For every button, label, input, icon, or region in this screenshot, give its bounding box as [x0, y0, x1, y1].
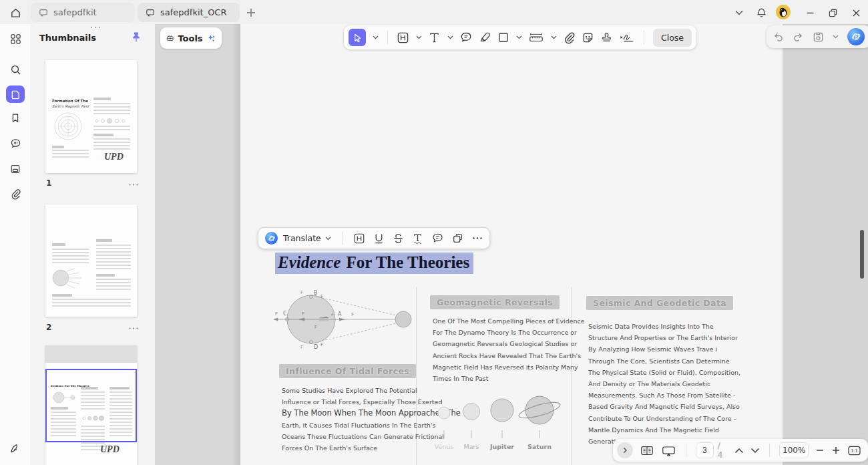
comment-tool-button[interactable] — [459, 31, 473, 44]
zoom-in-icon[interactable] — [831, 446, 841, 455]
ai-assistant-button[interactable] — [847, 28, 865, 45]
close-toolbar-button[interactable]: Close — [653, 29, 692, 47]
heading-format-icon[interactable] — [353, 232, 365, 245]
thumb-heading-bar — [51, 407, 68, 410]
heading-tool-button[interactable] — [397, 31, 409, 44]
thumb-title-line: Formation Of The — [52, 99, 88, 103]
actual-size-icon[interactable]: 1:1 — [847, 445, 861, 456]
chevron-down-icon[interactable] — [373, 35, 379, 39]
sidebar-item-page-organize[interactable] — [6, 160, 25, 178]
save-icon[interactable] — [813, 31, 824, 43]
chevron-down-icon[interactable] — [325, 237, 331, 241]
page-thumbnails-icon — [11, 90, 21, 100]
signature-tool-button[interactable] — [619, 31, 635, 44]
sidebar-item-attachments[interactable] — [6, 185, 25, 202]
ai-translate-button[interactable] — [265, 232, 278, 245]
presentation-mode-icon[interactable] — [661, 444, 676, 457]
comment-bubble-icon[interactable] — [431, 232, 444, 245]
thumbnail-page-2[interactable] — [45, 204, 137, 317]
thumbnail-page-3[interactable]: Evidence For The Theories UPD — [45, 345, 137, 465]
home-button[interactable] — [8, 5, 23, 20]
redo-icon[interactable] — [793, 31, 804, 42]
toolbox-icon — [166, 33, 174, 43]
select-tool-button[interactable] — [349, 29, 366, 46]
notifications-button[interactable] — [754, 5, 769, 20]
text-tool-button[interactable] — [428, 31, 441, 44]
app-grid-button[interactable] — [6, 30, 25, 47]
thumb-options-icon[interactable] — [128, 183, 139, 186]
pin-icon[interactable] — [131, 31, 142, 43]
tab-label: safepdfkit — [53, 7, 97, 17]
vertical-scrollbar[interactable] — [860, 230, 864, 279]
copy-icon[interactable] — [452, 232, 464, 245]
strikethrough-icon[interactable] — [393, 232, 404, 245]
thumb-text-block — [81, 392, 105, 412]
restore-button[interactable] — [825, 5, 840, 20]
thumb-page-number: 1 — [46, 178, 51, 188]
ai-icon — [851, 31, 861, 42]
underline-icon[interactable] — [373, 232, 385, 245]
thumbnail-page-1[interactable]: Formation Of The Earth's Magnetic Field … — [45, 60, 137, 173]
undo-icon[interactable] — [773, 31, 784, 42]
tools-button[interactable]: Tools — [160, 27, 222, 49]
expand-nav-button[interactable] — [617, 442, 633, 458]
section-heading: Geomagnetic Reversals — [430, 295, 560, 309]
text-icon — [428, 31, 441, 44]
sidebar-item-search[interactable] — [6, 61, 25, 78]
text-line: Geomagnetic Reversals Geological Studies… — [433, 338, 585, 349]
divider — [769, 444, 770, 457]
new-tab-button[interactable] — [244, 5, 258, 20]
thumb-watermark: UPD — [100, 444, 120, 455]
paperclip-icon — [10, 188, 21, 200]
chevron-down-icon[interactable] — [833, 35, 839, 39]
chevron-down-icon[interactable] — [516, 35, 522, 39]
chevron-down-icon[interactable] — [551, 35, 557, 39]
thumb-watermark: UPD — [104, 152, 124, 162]
tab-label: safepdfkit_OCR — [160, 7, 226, 17]
page-number-input[interactable] — [696, 442, 714, 458]
close-window-button[interactable] — [849, 5, 863, 20]
attach-file-button[interactable] — [563, 31, 576, 44]
panel-drag-handle-icon[interactable] — [89, 25, 102, 29]
text-line: Ancient Rocks Have Revealed That The Ear… — [433, 350, 585, 361]
thumb-heading-bar — [52, 243, 65, 246]
divider — [342, 232, 343, 245]
user-avatar[interactable] — [775, 4, 791, 20]
diagram-point-b: B — [314, 290, 318, 296]
stamp-tool-button[interactable] — [600, 31, 613, 44]
doc-column-2: Geomagnetic Reversals One Of The Most Co… — [427, 287, 569, 465]
chevron-down-icon[interactable] — [447, 35, 453, 39]
chevron-down-icon[interactable] — [416, 35, 422, 39]
diagram-force-label: F — [275, 311, 278, 317]
measure-tool-button[interactable] — [528, 31, 544, 44]
thumb-text-block — [96, 245, 131, 271]
sidebar-item-bookmarks[interactable] — [6, 110, 25, 127]
zoom-out-icon[interactable] — [815, 446, 825, 455]
sidebar-item-comments[interactable] — [6, 134, 25, 152]
two-page-view-icon[interactable] — [640, 444, 654, 457]
planet-label: Venus — [435, 443, 454, 450]
diagram-force-label: F — [351, 312, 354, 317]
translate-label[interactable]: Translate — [283, 233, 321, 243]
zoom-level-display[interactable]: 100% — [779, 442, 809, 458]
thumb-options-icon[interactable] — [128, 327, 139, 330]
shape-tool-button[interactable] — [497, 31, 509, 43]
minimize-button[interactable] — [803, 5, 817, 20]
sticker-tool-button[interactable] — [582, 31, 594, 44]
more-options-icon[interactable] — [472, 237, 483, 240]
sidebar-item-annotate[interactable] — [6, 440, 25, 457]
thumb-planets-row — [81, 414, 105, 422]
titlebar-collapse-button[interactable] — [732, 5, 746, 20]
tab-safepdfkit-ocr[interactable]: safepdfkit_OCR — [138, 3, 240, 22]
thumb-text-block — [93, 138, 130, 151]
highlighter-tool-button[interactable] — [479, 31, 491, 44]
doc-heading-selected[interactable]: EvidenceFor The Theories — [275, 253, 473, 274]
bottom-navigation-bar: / 4 100% 1:1 — [613, 439, 868, 462]
tab-safepdfkit[interactable]: safepdfkit — [31, 3, 135, 22]
text-style-icon[interactable] — [412, 232, 423, 245]
sidebar-item-thumbnails[interactable] — [6, 86, 25, 103]
chevron-up-icon[interactable] — [734, 448, 744, 454]
comment-bubble-icon — [459, 31, 473, 44]
chevron-down-icon[interactable] — [750, 448, 760, 454]
document-tab-icon — [146, 8, 155, 17]
